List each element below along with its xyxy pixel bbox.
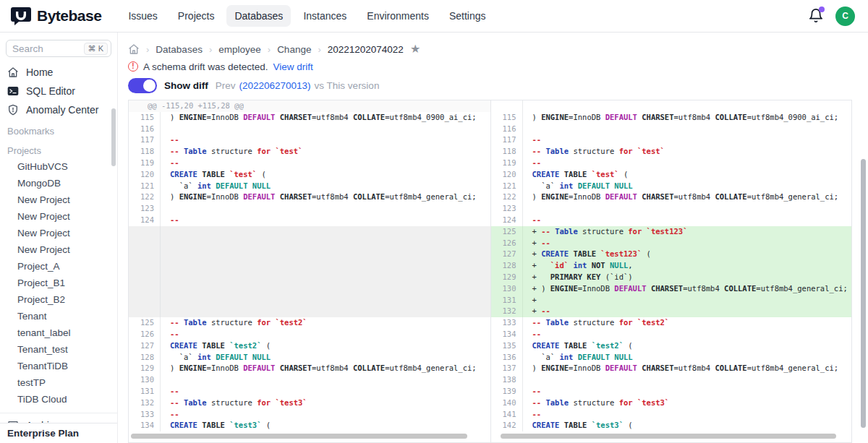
- line-number: [129, 272, 161, 283]
- code-line: -- Table structure for `test`: [523, 146, 665, 158]
- search-shortcut-badge: ⌘ K: [84, 43, 108, 55]
- top-nav-item-issues[interactable]: Issues: [120, 5, 165, 27]
- diff-code-row: 124--: [491, 215, 852, 226]
- code-line: --: [523, 329, 542, 340]
- sidebar-project-item[interactable]: TiDB Cloud: [0, 391, 117, 408]
- sidebar-project-item[interactable]: New Project: [0, 241, 117, 258]
- sidebar-project-item[interactable]: MongoDB: [0, 175, 117, 192]
- sidebar-scrollbar[interactable]: [111, 108, 116, 166]
- line-number: 130: [491, 283, 523, 295]
- breadcrumb-item[interactable]: 20221202074022: [328, 44, 404, 55]
- code-line: --: [523, 386, 542, 397]
- code-line: [161, 124, 170, 135]
- notification-dot: [819, 7, 825, 12]
- sidebar-project-item[interactable]: testTP: [0, 374, 117, 391]
- sidebar-project-item[interactable]: tenant_label: [0, 324, 117, 341]
- line-number: 134: [129, 420, 161, 431]
- diff-code-row: 122) ENGINE=InnoDB DEFAULT CHARSET=utf8m…: [129, 192, 490, 203]
- diff-added-row: 128+ `id` int NOT NULL,: [491, 260, 852, 272]
- diff-code-row: 127CREATE TABLE `test2` (: [129, 340, 490, 352]
- code-line: [523, 203, 532, 215]
- line-number: 128: [491, 260, 523, 272]
- breadcrumb-item[interactable]: Databases: [156, 44, 203, 55]
- diff-code-row: 121 `a` int DEFAULT NULL: [491, 181, 852, 192]
- code-line: [523, 124, 532, 135]
- line-number: 132: [491, 306, 523, 317]
- sidebar-project-item[interactable]: GitHubVCS: [0, 158, 117, 175]
- diff-code-row: 120CREATE TABLE `test` (: [491, 169, 852, 181]
- sidebar-project-item[interactable]: Project_A: [0, 258, 117, 275]
- code-line: [161, 249, 170, 260]
- right-pane-horizontal-scrollbar[interactable]: [501, 434, 837, 439]
- code-line: + --: [523, 306, 550, 317]
- notifications-bell-button[interactable]: [808, 8, 824, 24]
- diff-added-row: 129+ PRIMARY KEY (`id`): [491, 272, 852, 283]
- home-icon[interactable]: [128, 43, 140, 55]
- brand-name: Bytebase: [37, 7, 101, 25]
- top-nav-item-projects[interactable]: Projects: [170, 5, 223, 27]
- top-nav-item-settings[interactable]: Settings: [441, 5, 494, 27]
- code-line: -- Table structure for `test3`: [523, 397, 670, 409]
- sidebar-project-item[interactable]: New Project: [0, 192, 117, 208]
- diff-code-row: [491, 100, 852, 112]
- code-line: + `id` int NOT NULL,: [523, 260, 633, 272]
- sidebar-project-item[interactable]: Tenant_test: [0, 341, 117, 358]
- code-line: + PRIMARY KEY (`id`): [523, 272, 633, 283]
- diff-pane-current: 115) ENGINE=InnoDB DEFAULT CHARSET=utf8m…: [490, 100, 852, 442]
- diff-added-row: 131+: [491, 295, 852, 306]
- sidebar-project-item[interactable]: TenantTiDB: [0, 358, 117, 374]
- diff-code-row: 131--: [129, 386, 490, 397]
- line-number: 136: [491, 352, 523, 364]
- code-line: [523, 100, 532, 112]
- top-nav-item-instances[interactable]: Instances: [295, 5, 354, 27]
- sidebar-project-item[interactable]: Project_B1: [0, 275, 117, 291]
- plan-badge[interactable]: Enterprise Plan: [0, 423, 117, 443]
- breadcrumb: ›Databases›employee›Change›2022120207402…: [128, 43, 854, 56]
- breadcrumb-item[interactable]: employee: [218, 44, 261, 55]
- page-vertical-scrollbar[interactable]: [861, 159, 866, 428]
- line-number: 116: [491, 124, 523, 135]
- sidebar-project-item[interactable]: New Project: [0, 208, 117, 225]
- line-number: 142: [491, 420, 523, 431]
- sidebar-project-item[interactable]: Tenant: [0, 308, 117, 324]
- view-drift-link[interactable]: View drift: [273, 61, 313, 72]
- top-navbar: Bytebase IssuesProjectsDatabasesInstance…: [0, 0, 868, 33]
- bytebase-logo[interactable]: Bytebase: [10, 5, 101, 27]
- line-number: 127: [129, 340, 161, 352]
- top-nav-item-databases[interactable]: Databases: [226, 5, 291, 27]
- code-line: [161, 306, 170, 317]
- chevron-right-icon: ›: [146, 44, 149, 55]
- favorite-star-icon[interactable]: ★: [410, 43, 420, 55]
- show-diff-toggle[interactable]: [128, 78, 157, 93]
- sidebar-item-sql-editor[interactable]: SQL Editor: [0, 82, 117, 100]
- avatar[interactable]: C: [835, 7, 855, 26]
- prev-version-link[interactable]: (202206270013): [239, 80, 311, 91]
- sidebar-project-item[interactable]: New Project: [0, 225, 117, 241]
- line-number: 131: [129, 386, 161, 397]
- breadcrumb-item[interactable]: Change: [277, 44, 311, 55]
- main-content: ›Databases›employee›Change›2022120207402…: [118, 33, 868, 443]
- diff-code-row: 132-- Table structure for `test3`: [129, 397, 490, 409]
- left-pane-horizontal-scrollbar[interactable]: [131, 434, 467, 439]
- sidebar-item-anomaly-center[interactable]: Anomaly Center: [0, 100, 117, 119]
- diff-code-row: 117--: [129, 134, 490, 146]
- diff-code-row: 126--: [129, 329, 490, 340]
- code-line: -- Table structure for `test2`: [523, 317, 670, 329]
- code-line: CREATE TABLE `test3` (: [161, 420, 271, 431]
- search-input[interactable]: Search ⌘ K: [6, 40, 111, 57]
- code-line: [161, 238, 170, 249]
- diff-code-row: 119--: [129, 158, 490, 169]
- line-number: [491, 100, 523, 112]
- diff-code-row: 141--: [491, 409, 852, 421]
- diff-code-row: 129) ENGINE=InnoDB DEFAULT CHARSET=utf8m…: [129, 363, 490, 374]
- diff-code-row: 122) ENGINE=InnoDB DEFAULT CHARSET=utf8m…: [491, 192, 852, 203]
- code-line: `a` int DEFAULT NULL: [523, 352, 633, 364]
- code-line: --: [161, 158, 179, 169]
- sidebar-project-item[interactable]: Project_B2: [0, 291, 117, 308]
- diff-placeholder-row: [129, 272, 490, 283]
- line-number: 122: [129, 192, 161, 203]
- chevron-right-icon: ›: [209, 44, 212, 55]
- line-number: [129, 295, 161, 306]
- sidebar-item-home[interactable]: Home: [0, 63, 117, 82]
- top-nav-item-environments[interactable]: Environments: [359, 5, 437, 27]
